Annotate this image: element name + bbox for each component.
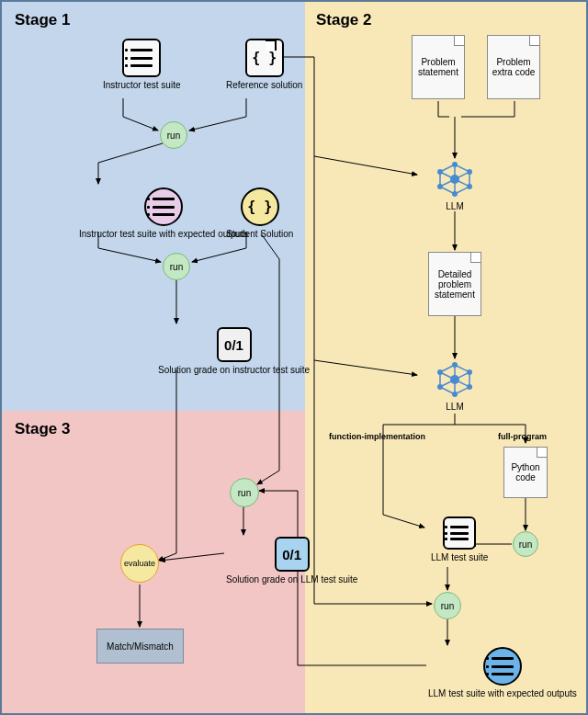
run-circle: run: [513, 531, 538, 557]
document-icon: Problem statement: [412, 35, 465, 99]
problem-statement: Problem statement: [412, 35, 465, 99]
list-icon: [144, 187, 183, 226]
instructor-test-suite: Instructor test suite: [103, 39, 180, 91]
list-icon: [443, 516, 476, 550]
svg-line-14: [455, 165, 469, 172]
run-circle: run: [160, 121, 187, 149]
svg-line-13: [440, 165, 455, 172]
llm-1: LLM: [435, 160, 474, 212]
run-1: run: [160, 121, 187, 149]
branch-full-label: full-program: [498, 432, 547, 441]
stage-3-title: Stage 3: [15, 420, 70, 438]
instructor-test-suite-label: Instructor test suite: [103, 80, 180, 91]
reference-solution-label: Reference solution: [226, 80, 302, 91]
grade-llm: 0/1 Solution grade on LLM test suite: [226, 537, 357, 585]
document-icon: Problem extra code: [487, 35, 540, 99]
network-icon: [435, 360, 474, 399]
braces-icon: [241, 187, 279, 226]
run-circle: run: [163, 253, 190, 280]
run-stage3: run: [230, 478, 259, 507]
grade-llm-label: Solution grade on LLM test suite: [226, 574, 357, 585]
llm-label: LLM: [446, 402, 463, 413]
grade-instructor-label: Solution grade on instructor test suite: [158, 365, 310, 376]
braces-icon: [245, 39, 284, 77]
svg-line-32: [440, 365, 455, 372]
svg-line-17: [440, 187, 455, 194]
instructor-expected-label: Instructor test suite with expected outp…: [79, 229, 248, 240]
detailed-problem: Detailed problem statement: [428, 252, 481, 316]
run-circle: run: [434, 592, 461, 619]
match-mismatch: Match/Mismatch: [96, 629, 184, 664]
run-llm-suite: run: [434, 592, 461, 619]
stage-1-title: Stage 1: [15, 11, 70, 29]
document-icon: Python code: [503, 447, 548, 498]
document-icon: Detailed problem statement: [428, 252, 481, 316]
list-icon: [483, 647, 522, 686]
run-circle: run: [230, 478, 259, 507]
student-solution-label: Student Solution: [226, 229, 293, 240]
student-solution: Student Solution: [226, 187, 293, 240]
svg-line-18: [455, 187, 469, 194]
llm-suite-expected: LLM test suite with expected outputs: [428, 647, 577, 699]
evaluate-circle: evaluate: [120, 544, 159, 583]
problem-extra-code: Problem extra code: [487, 35, 540, 99]
network-icon: [435, 160, 474, 199]
stage-2-title: Stage 2: [316, 11, 371, 29]
llm-suite-label: LLM test suite: [431, 552, 488, 563]
match-box: Match/Mismatch: [96, 629, 184, 664]
llm-2: LLM: [435, 360, 474, 413]
reference-solution: Reference solution: [226, 39, 302, 91]
python-code: Python code: [503, 447, 548, 498]
instructor-expected: Instructor test suite with expected outp…: [79, 187, 248, 240]
list-icon: [122, 39, 161, 77]
svg-line-36: [440, 387, 455, 394]
llm-label: LLM: [446, 201, 463, 212]
llm-test-suite: LLM test suite: [431, 516, 488, 563]
grade-instructor: 0/1 Solution grade on instructor test su…: [158, 327, 310, 376]
svg-line-33: [455, 365, 469, 372]
branch-func-label: function-implementation: [329, 432, 425, 441]
diagram-canvas: Stage 1 Stage 2 Stage 3: [0, 0, 588, 715]
run-python: run: [513, 531, 538, 557]
svg-line-37: [455, 387, 469, 394]
grade-icon: 0/1: [217, 327, 252, 362]
llm-suite-expected-label: LLM test suite with expected outputs: [428, 688, 577, 699]
run-2: run: [163, 253, 190, 280]
grade-icon: 0/1: [275, 537, 310, 572]
evaluate: evaluate: [120, 544, 159, 583]
